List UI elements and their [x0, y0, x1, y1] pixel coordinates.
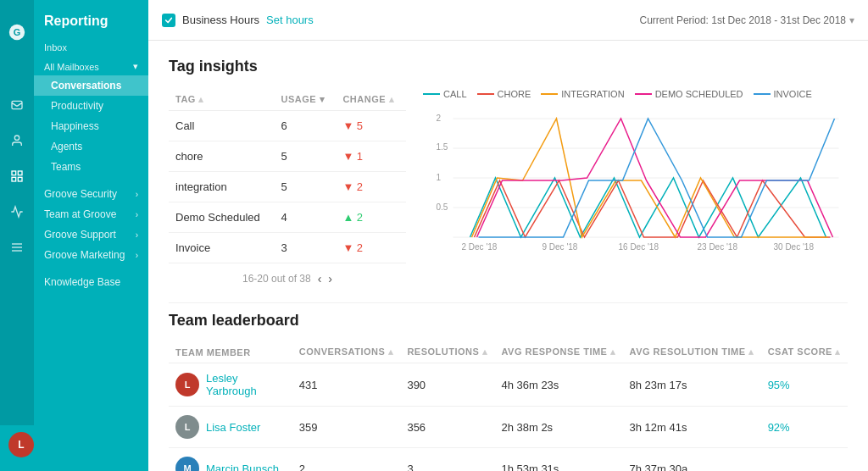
chevron-right-icon: ›: [136, 210, 138, 219]
sort-icon: ▾: [320, 94, 326, 104]
user-avatar[interactable]: L: [8, 432, 34, 457]
member-name[interactable]: Marcin Bunsch: [206, 463, 279, 472]
sort-icon: ▴: [607, 346, 615, 357]
svg-text:0.5: 0.5: [437, 202, 448, 212]
sidebar-item-conversations[interactable]: Conversations: [34, 75, 148, 96]
member-name[interactable]: Lisa Foster: [206, 421, 260, 434]
tag-insights-title: Tag insights: [169, 58, 848, 75]
pagination-prev[interactable]: ‹: [318, 272, 322, 285]
member-name[interactable]: Lesley Yarbrough: [206, 372, 286, 397]
tag-cell: integration: [169, 172, 275, 202]
usage-cell: 6: [275, 111, 337, 141]
chevron-down-icon: ▾: [849, 14, 854, 26]
sidebar-item-agents[interactable]: Agents: [34, 136, 148, 157]
leaderboard-col-header[interactable]: AVG RESPONSE TIME ▴: [494, 341, 622, 363]
avg-resolution-cell: 8h 23m 17s: [623, 363, 761, 407]
sidebar-item-happiness[interactable]: Happiness: [34, 116, 148, 136]
tag-table: TAG ▴ USAGE ▾ CHANGE ▴: [169, 89, 406, 285]
avg-response-cell: 4h 36m 23s: [494, 363, 622, 407]
leaderboard-title: Team leaderboard: [169, 312, 848, 330]
leaderboard-row: L Lesley Yarbrough 431 390 4h 36m 23s 8h…: [169, 363, 848, 407]
sidebar-item-productivity[interactable]: Productivity: [34, 96, 148, 116]
tag-table-row: integration 5 ▼ 2: [169, 172, 406, 202]
sidebar: G Repor: [0, 0, 148, 471]
sort-icon: ▴: [746, 346, 754, 357]
sidebar-icon-strip: G: [0, 0, 34, 425]
sidebar-group-team-at-groove[interactable]: Team at Groove ›: [34, 204, 148, 224]
tag-table-row: Invoice 3 ▼ 2: [169, 233, 406, 263]
svg-text:9 Dec '18: 9 Dec '18: [542, 242, 578, 252]
sort-icon: ▴: [832, 346, 841, 357]
leaderboard-col-header[interactable]: CONVERSATIONS ▴: [292, 341, 401, 363]
leaderboard-col-header[interactable]: CSAT SCORE ▴: [761, 341, 848, 363]
leaderboard-col-header[interactable]: TEAM MEMBER: [169, 341, 292, 363]
sidebar-nav: Reporting Inbox All Mailboxes ▾ Conversa…: [34, 0, 148, 425]
period-selector[interactable]: Current Period: 1st Dec 2018 - 31st Dec …: [640, 14, 854, 26]
avg-response-cell: 2h 38m 2s: [494, 407, 622, 448]
usage-cell: 3: [275, 233, 337, 263]
conversations-cell: 431: [292, 363, 401, 407]
app-logo[interactable]: G: [0, 8, 34, 56]
nav-icon-inbox[interactable]: [7, 95, 27, 115]
usage-cell: 5: [275, 141, 337, 172]
sidebar-item-knowledge-base[interactable]: Knowledge Base: [34, 272, 148, 292]
chevron-right-icon: ›: [136, 230, 138, 240]
sidebar-inbox[interactable]: Inbox: [34, 37, 148, 56]
member-avatar: L: [175, 373, 199, 396]
leaderboard-col-header[interactable]: AVG RESOLUTION TIME ▴: [623, 341, 761, 363]
nav-icon-contact[interactable]: [7, 130, 27, 151]
leaderboard-section: Team leaderboard TEAM MEMBERCONVERSATION…: [148, 303, 868, 471]
change-cell: ▼ 2: [336, 233, 406, 263]
pagination-next[interactable]: ›: [328, 272, 332, 285]
nav-icon-reports[interactable]: [7, 166, 27, 186]
tag-table-row: Demo Scheduled 4 ▲ 2: [169, 202, 406, 233]
leaderboard-table: TEAM MEMBERCONVERSATIONS ▴RESOLUTIONS ▴A…: [169, 341, 848, 471]
tag-cell: Call: [169, 111, 275, 141]
svg-rect-6: [18, 177, 22, 181]
sidebar-all-mailboxes[interactable]: All Mailboxes ▾: [34, 56, 148, 75]
col-header-change[interactable]: CHANGE ▴: [336, 89, 406, 111]
nav-icon-settings[interactable]: [7, 237, 27, 258]
col-header-usage[interactable]: USAGE ▾: [275, 89, 337, 111]
resolutions-cell: 356: [400, 407, 494, 448]
business-hours-checkbox[interactable]: [162, 14, 175, 27]
set-hours-link[interactable]: Set hours: [266, 14, 314, 26]
svg-text:2 Dec '18: 2 Dec '18: [462, 242, 498, 252]
svg-text:30 Dec '18: 30 Dec '18: [774, 242, 815, 252]
pagination-info: 16-20 out of 38: [242, 273, 311, 285]
tag-cell: Invoice: [169, 233, 275, 263]
resolutions-cell: 390: [400, 363, 494, 407]
period-label: Current Period: 1st Dec 2018 - 31st Dec …: [640, 14, 846, 26]
sidebar-group-groove-marketing[interactable]: Groove Marketing ›: [34, 245, 148, 265]
legend-item: CALL: [423, 89, 467, 99]
chevron-right-icon: ›: [136, 251, 138, 260]
top-bar: Business Hours Set hours Current Period:…: [148, 0, 868, 41]
tag-insights-container: TAG ▴ USAGE ▾ CHANGE ▴: [169, 89, 848, 285]
member-cell: L Lesley Yarbrough: [169, 363, 292, 407]
leaderboard-col-header[interactable]: RESOLUTIONS ▴: [400, 341, 494, 363]
avg-response-cell: 1h 53m 31s: [494, 448, 622, 472]
chevron-down-icon: ▾: [133, 61, 138, 72]
sidebar-item-teams[interactable]: Teams: [34, 157, 148, 177]
avg-resolution-cell: 3h 12m 41s: [623, 407, 761, 448]
change-cell: ▲ 2: [336, 202, 406, 233]
sort-icon: ▴: [389, 94, 395, 104]
pagination: 16-20 out of 38 ‹ ›: [169, 272, 406, 285]
tag-chart-svg: 2 1.5 1 0.5 2 Dec '18 9 Dec '18 16 De: [423, 106, 848, 267]
col-header-tag[interactable]: TAG ▴: [169, 89, 275, 111]
nav-icon-activity[interactable]: [7, 202, 27, 222]
csat-cell: 95%: [761, 363, 848, 407]
content-area: Tag insights TAG ▴ USAGE: [148, 41, 868, 471]
sort-icon: ▴: [198, 94, 204, 104]
svg-text:23 Dec '18: 23 Dec '18: [698, 242, 738, 252]
change-cell: ▼ 5: [336, 111, 406, 141]
sidebar-group-groove-security[interactable]: Groove Security ›: [34, 184, 148, 204]
change-cell: ▼ 2: [336, 172, 406, 202]
business-hours-label: Business Hours: [182, 14, 259, 26]
sidebar-group-groove-support[interactable]: Groove Support ›: [34, 224, 148, 245]
conversations-cell: 2: [292, 448, 401, 472]
svg-text:2: 2: [437, 114, 442, 123]
top-bar-left: Business Hours Set hours: [162, 14, 314, 27]
chart-container: CALLCHOREINTEGRATIONDEMO SCHEDULEDINVOIC…: [423, 89, 848, 285]
leaderboard-row: L Lisa Foster 359 356 2h 38m 2s 3h 12m 4…: [169, 407, 848, 448]
